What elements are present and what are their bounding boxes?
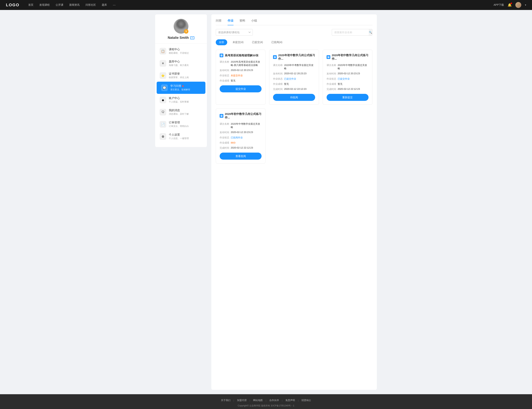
course-icon: 📋 <box>160 48 166 55</box>
svg-rect-3 <box>221 56 222 56</box>
tab-homework[interactable]: 作业 <box>228 19 233 25</box>
hw4-icon <box>220 114 223 118</box>
svg-rect-11 <box>328 57 329 57</box>
sidebar-messages-subtitle: 消息通知、及时了解 <box>169 112 202 116</box>
status-tab-unsubmitted[interactable]: 未提交(4) <box>229 39 247 45</box>
certificate-icon: ⭐ <box>160 72 166 79</box>
status-tabs: 全部 未提交(4) 已提交(4) 已批阅(4) <box>216 39 372 45</box>
hw1-score-field: 作业成绩 暂无 <box>220 79 262 82</box>
svg-rect-14 <box>221 116 222 116</box>
page-layout: V Natalie Smith 📋 <box>155 10 377 394</box>
hw3-score-field: 作业成绩 暂无 <box>327 82 368 86</box>
svg-rect-9 <box>328 56 329 57</box>
sidebar-item-certificate[interactable]: ⭐ 证书荣誉 收获荣誉、持证上岗 <box>155 69 207 82</box>
homework-card-3: 2020年初中数学几何公式练习作... 课次名称 2020年中考数学全面过关攻略… <box>323 50 372 105</box>
footer-copyright: Copyright© 云朵商学院 版权所有 京ICP备17051340号－1 <box>0 404 532 407</box>
footer-disclaimer[interactable]: 免责声明 <box>283 399 298 402</box>
navbar-chevron-icon[interactable]: ▾ <box>525 4 526 6</box>
tab-materials[interactable]: 资料 <box>239 19 245 25</box>
hw2-icon <box>273 55 277 59</box>
footer-franchise[interactable]: 加盟代理 <box>234 399 249 402</box>
svg-rect-5 <box>274 56 275 57</box>
hw3-title: 2020年初中数学几何公式练习作... <box>327 54 368 61</box>
sidebar-item-qa[interactable]: 💬 学习问答 课后重温、疑难解答 <box>157 82 205 94</box>
hw1-status-field: 作业状态 未提交作业 <box>220 74 262 77</box>
svg-rect-1 <box>221 55 222 55</box>
nav-news[interactable]: 新闻资讯 <box>69 3 80 7</box>
sidebar-messages-label: 我的消息 <box>169 109 202 112</box>
status-tab-submitted[interactable]: 已提交(4) <box>249 39 266 45</box>
footer-recruit[interactable]: 招贤纳士 <box>299 399 314 402</box>
homework-card-1: 高考英语试卷阅读理解30张 课次名称 2020年高考英语全面过关攻略-第六期零基… <box>216 50 266 105</box>
hw3-status-field: 作业状态 已提交作业 <box>327 77 368 81</box>
hw4-view-review-button[interactable]: 查看批阅 <box>220 153 262 160</box>
nav-more[interactable]: ··· <box>113 3 116 7</box>
navbar-nav: 首页 发现课程 公开课 新闻资讯 问答社区 题库 ··· <box>28 3 494 7</box>
notification-dot <box>511 3 512 4</box>
navbar-logo: LOGO <box>6 3 19 7</box>
tab-group[interactable]: 小组 <box>251 19 257 25</box>
sidebar-item-questionbank[interactable]: ≡ 题库中心 海量习题、助力通关 <box>155 57 207 69</box>
sidebar-settings-subtitle: 个人信息、一键管理 <box>169 137 202 140</box>
avatar-image <box>515 2 521 8</box>
hw2-review-button[interactable]: 待批阅 <box>273 94 315 101</box>
homework-grid: 高考英语试卷阅读理解30张 课次名称 2020年高考英语全面过关攻略-第六期零基… <box>216 50 372 164</box>
footer: 关于我们 | 加盟代理 | 网站地图 | 合作伙伴 | 免责声明 | 招贤纳士 … <box>0 394 532 409</box>
hw2-title: 2020年初中数学几何公式练习作... <box>273 54 315 61</box>
navbar-bell[interactable]: 🔔 <box>508 3 512 7</box>
sidebar-item-orders[interactable]: 📄 订单管理 订单支出、明明白白 <box>155 118 207 130</box>
nav-qa[interactable]: 问答社区 <box>85 3 96 7</box>
sidebar-item-settings[interactable]: ⚙ 个人设置 个人信息、一键管理 <box>155 130 207 143</box>
hw2-score-field: 作业成绩 暂无 <box>273 82 315 86</box>
nav-exam[interactable]: 题库 <box>102 3 107 7</box>
sidebar-course-subtitle: 精彩课程、不容错过 <box>169 52 202 55</box>
qa-icon: 💬 <box>161 84 168 91</box>
nav-public[interactable]: 公开课 <box>55 3 63 7</box>
sidebar-qa-label: 学习问答 <box>170 84 201 88</box>
navbar-right: APP下载 🔔 ▾ <box>494 2 526 8</box>
nav-home[interactable]: 首页 <box>28 3 33 7</box>
hw3-icon <box>327 55 330 59</box>
footer-about[interactable]: 关于我们 <box>218 399 233 402</box>
sidebar-questionbank-subtitle: 海量习题、助力通关 <box>169 64 202 67</box>
tab-qa[interactable]: 问答 <box>216 19 222 25</box>
svg-rect-7 <box>274 57 275 57</box>
user-card-icon[interactable] <box>190 36 194 39</box>
hw4-complete-field: 完成时间 2020-02-12 22:12:23 <box>220 146 262 150</box>
sidebar: V Natalie Smith 📋 <box>155 14 207 147</box>
filter-bar: 请选择课程/课程包 🔍 <box>216 29 372 36</box>
footer-partners[interactable]: 合作伙伴 <box>266 399 282 402</box>
sidebar-questionbank-label: 题库中心 <box>169 60 202 63</box>
sidebar-menu: 📋 课程中心 精彩课程、不容错过 ≡ 题库中心 海量习题、助力通关 ⭐ 证书荣誉… <box>155 44 207 144</box>
nav-discover[interactable]: 发现课程 <box>39 3 50 7</box>
sidebar-account-label: 账户中心 <box>169 96 202 100</box>
search-button[interactable]: 🔍 <box>369 29 372 36</box>
sidebar-orders-subtitle: 订单支出、明明白白 <box>169 125 202 128</box>
sidebar-item-messages[interactable]: 🗨 我的消息 消息通知、及时了解 <box>155 106 207 118</box>
sidebar-item-course[interactable]: 📋 课程中心 精彩课程、不容错过 <box>155 45 207 57</box>
footer-links: 关于我们 | 加盟代理 | 网站地图 | 合作伙伴 | 免责声明 | 招贤纳士 <box>0 399 532 402</box>
search-input[interactable] <box>332 31 369 34</box>
sidebar-username: Natalie Smith <box>168 36 194 40</box>
status-tab-reviewed[interactable]: 已批阅(4) <box>268 39 285 45</box>
homework-card-4: 2020年初中数学几何公式练习作... 课次名称 2020年中考数学全面过关攻略… <box>216 108 266 164</box>
orders-icon: 📄 <box>160 121 166 128</box>
qa-notification-dot <box>182 85 183 87</box>
footer-sitemap[interactable]: 网站地图 <box>250 399 266 402</box>
hw1-icon <box>220 54 223 57</box>
sidebar-item-account[interactable]: ◆ 账户中心 个人权益、实时掌握 <box>155 94 207 106</box>
hw3-complete-field: 完成时间 2020-02-12 22:12:23 <box>327 88 368 91</box>
navbar-avatar[interactable] <box>515 2 521 8</box>
hw1-publish-field: 发布时间 2020-02-12 20:23:23 <box>220 69 262 72</box>
hw2-status-field: 作业状态 已提交作业 <box>273 77 315 81</box>
hw3-resubmit-button[interactable]: 重新提交 <box>327 94 368 101</box>
course-filter-select[interactable]: 请选择课程/课程包 <box>216 29 253 36</box>
svg-rect-13 <box>221 115 222 115</box>
hw1-submit-button[interactable]: 提交作业 <box>220 85 262 92</box>
sidebar-settings-label: 个人设置 <box>169 133 202 137</box>
messages-icon: 🗨 <box>160 109 166 115</box>
status-tab-all[interactable]: 全部 <box>216 39 227 45</box>
navbar: LOGO 首页 发现课程 公开课 新闻资讯 问答社区 题库 ··· APP下载 … <box>0 0 532 10</box>
hw2-publish-field: 发布时间 2020-02-12 20:23:23 <box>273 72 315 75</box>
navbar-download[interactable]: APP下载 <box>494 3 504 7</box>
